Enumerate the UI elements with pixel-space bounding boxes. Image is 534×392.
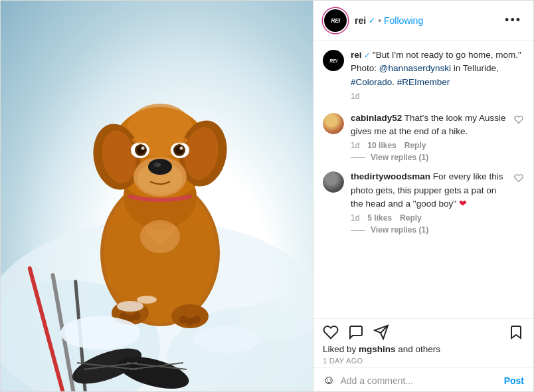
liked-by-username[interactable]: mgshins (359, 344, 396, 354)
comment-username-1[interactable]: cabinlady52 (351, 113, 402, 123)
post-comment-button[interactable]: Post (504, 375, 524, 386)
comment-input[interactable] (340, 375, 498, 386)
content-panel: REI rei ✓ • Following ••• REI rei ✓ "But… (313, 1, 533, 392)
view-replies-line-2 (351, 230, 365, 231)
header-info: rei ✓ • Following (355, 15, 502, 26)
avatar-logo: REI (331, 17, 340, 24)
svg-point-49 (140, 220, 180, 253)
comment-item: cabinlady52 That's the look my Aussie gi… (313, 108, 533, 167)
comment-heart-btn-1[interactable] (513, 114, 524, 125)
comment-avatar-1[interactable] (323, 113, 344, 134)
likes-info: Liked by mgshins and others (323, 344, 524, 354)
like-button[interactable] (323, 324, 339, 340)
svg-point-43 (172, 137, 188, 144)
comment-reply-btn-2[interactable]: Reply (400, 213, 422, 223)
svg-point-33 (155, 163, 161, 167)
verified-badge: ✓ (369, 16, 375, 25)
caption-verified: ✓ (364, 51, 370, 59)
comment-likes-2: 5 likes (367, 213, 392, 223)
share-button[interactable] (373, 324, 389, 340)
svg-point-31 (148, 159, 172, 175)
svg-point-46 (60, 316, 140, 349)
caption-text: rei ✓ "But I'm not ready to go home, mom… (351, 49, 524, 89)
comment-username-2[interactable]: thedirtywoodsman (351, 171, 430, 181)
svg-point-42 (132, 137, 148, 144)
svg-point-41 (180, 147, 183, 150)
comments-section: cabinlady52 That's the look my Aussie gi… (313, 105, 533, 318)
post-header: REI rei ✓ • Following ••• (313, 1, 533, 41)
comment-button[interactable] (348, 324, 364, 340)
action-icons (323, 324, 524, 340)
comment-heart-btn-2[interactable] (513, 173, 524, 183)
more-options-button[interactable]: ••• (502, 11, 524, 30)
actions-bar: Liked by mgshins and others 1 DAY AGO (313, 318, 533, 367)
add-comment-bar: ☺ Post (313, 367, 533, 392)
view-replies-line-1 (351, 157, 365, 158)
comment-likes-1: 10 likes (367, 141, 396, 150)
comment-avatar-2[interactable] (323, 171, 344, 193)
comment-time-1: 1d (351, 141, 359, 150)
bookmark-button[interactable] (508, 324, 524, 340)
svg-point-44 (117, 301, 143, 312)
svg-point-45 (137, 296, 157, 304)
comment-text-2: thedirtywoodsman For every like this pho… (351, 170, 507, 211)
caption-body: "But I'm not ready to go home, mom." Pho… (351, 50, 521, 87)
profile-avatar[interactable]: REI (323, 8, 348, 33)
caption-username[interactable]: rei (351, 50, 362, 60)
emoji-button[interactable]: ☺ (323, 373, 335, 387)
caption-timestamp: 1d (351, 92, 524, 101)
caption-avatar[interactable]: REI (323, 50, 344, 71)
svg-point-18 (133, 312, 141, 320)
following-button[interactable]: Following (384, 15, 423, 26)
heart-emoji: ❤ (459, 199, 467, 209)
comment-text-1: cabinlady52 That's the look my Aussie gi… (351, 112, 507, 139)
view-replies-text-2: View replies (1) (371, 225, 428, 235)
time-ago: 1 DAY AGO (323, 357, 524, 365)
caption-area: REI rei ✓ "But I'm not ready to go home,… (313, 41, 533, 105)
comment-body-2: thedirtywoodsman For every like this pho… (351, 170, 507, 235)
view-replies-text-1: View replies (1) (371, 153, 428, 162)
svg-point-21 (193, 316, 201, 324)
caption-avatar-logo: REI (329, 58, 337, 63)
profile-username[interactable]: rei (355, 15, 366, 26)
view-replies-1[interactable]: View replies (1) (351, 153, 507, 162)
comment-meta-2: 1d 5 likes Reply (351, 213, 507, 223)
post-image (1, 1, 313, 392)
view-replies-2[interactable]: View replies (1) (351, 225, 507, 235)
svg-point-37 (141, 147, 145, 150)
comment-reply-btn-1[interactable]: Reply (404, 141, 426, 150)
comment-item-2: thedirtywoodsman For every like this pho… (313, 166, 533, 239)
dot-separator: • (378, 15, 381, 26)
comment-body-1: cabinlady52 That's the look my Aussie gi… (351, 112, 507, 163)
comment-time-2: 1d (351, 213, 359, 223)
comment-meta-1: 1d 10 likes Reply (351, 141, 507, 150)
